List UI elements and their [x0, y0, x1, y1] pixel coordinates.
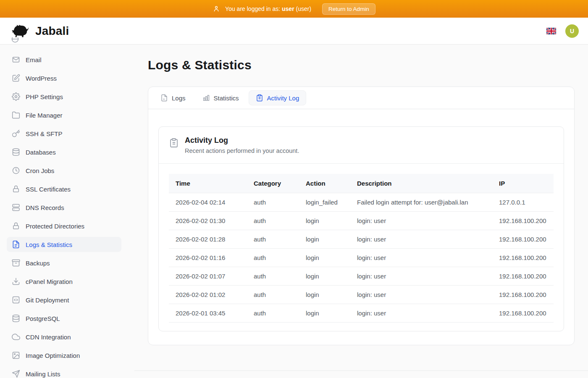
table-cell: login: user — [350, 304, 492, 323]
tab-bar: Logs Statistics Activity Log — [148, 87, 574, 109]
sidebar-item-icon — [12, 296, 20, 304]
table-cell: 192.168.100.200 — [492, 286, 554, 304]
sidebar-item-ssh-sftp[interactable]: SSH & SFTP — [7, 126, 121, 141]
sidebar-item-label: Logs & Statistics — [26, 241, 72, 248]
column-header-action: Action — [299, 174, 350, 193]
sidebar-item-icon — [12, 92, 20, 101]
app-header: Jabali U — [0, 18, 588, 45]
table-cell: 2026-02-02 01:16 — [169, 249, 247, 267]
table-cell: 192.168.100.200 — [492, 249, 554, 267]
table-cell: 2026-02-01 03:45 — [169, 304, 247, 323]
sidebar-item-icon — [12, 185, 20, 193]
brand-name: Jabali — [35, 24, 69, 38]
sidebar-item-icon — [12, 351, 20, 360]
tab-icon — [256, 94, 263, 102]
sidebar-item-label: DNS Records — [26, 204, 64, 211]
sidebar-item-cdn-integration[interactable]: CDN Integration — [7, 329, 121, 344]
tab-logs[interactable]: Logs — [153, 90, 193, 105]
tab-statistics[interactable]: Statistics — [195, 90, 246, 105]
table-cell: auth — [247, 304, 299, 323]
table-cell: 2026-02-02 01:07 — [169, 267, 247, 286]
table-row: 2026-02-04 02:14authlogin_failedFailed l… — [169, 193, 554, 212]
tab-label: Activity Log — [267, 94, 299, 102]
sidebar-item-label: Email — [26, 56, 42, 63]
sidebar-partial-item-icon — [11, 37, 19, 44]
sidebar-nav: Email WordPress PHP Settings File Manage… — [0, 45, 134, 378]
table-row: 2026-02-02 01:07authloginlogin: user192.… — [169, 267, 554, 286]
tab-activity-log[interactable]: Activity Log — [249, 90, 307, 105]
sidebar-item-cron-jobs[interactable]: Cron Jobs — [7, 163, 121, 178]
sidebar-item-icon — [12, 203, 20, 212]
clipboard-icon — [169, 138, 179, 148]
footer-divider — [134, 370, 588, 371]
sidebar-item-icon — [12, 74, 20, 82]
sidebar-item-icon — [12, 333, 20, 341]
table-row: 2026-02-02 01:28authloginlogin: user192.… — [169, 230, 554, 249]
activity-log-card-header: Activity Log Recent actions performed in… — [159, 127, 564, 164]
sidebar-item-label: Image Optimization — [26, 352, 80, 359]
sidebar-item-cpanel-migration[interactable]: cPanel Migration — [7, 274, 121, 289]
boar-logo-icon — [11, 24, 32, 39]
sidebar-item-icon — [12, 129, 20, 138]
sidebar-item-databases[interactable]: Databases — [7, 144, 121, 160]
table-cell: auth — [247, 249, 299, 267]
table-cell: 2026-02-04 02:14 — [169, 193, 247, 212]
sidebar-item-image-optimization[interactable]: Image Optimization — [7, 348, 121, 363]
sidebar-item-icon — [12, 259, 20, 267]
table-cell: login: user — [350, 267, 492, 286]
table-row: 2026-02-02 01:02authloginlogin: user192.… — [169, 286, 554, 304]
sidebar-item-label: PHP Settings — [26, 93, 63, 100]
table-cell: login — [299, 230, 350, 249]
table-cell: login: user — [350, 230, 492, 249]
sidebar-item-email[interactable]: Email — [7, 52, 121, 67]
card-subtitle: Recent actions performed in your account… — [185, 147, 299, 154]
impersonated-role: (user) — [296, 5, 312, 12]
sidebar-item-label: SSL Certificates — [26, 186, 71, 193]
sidebar-item-mailing-lists[interactable]: Mailing Lists — [7, 366, 121, 378]
user-avatar[interactable]: U — [565, 24, 579, 38]
table-cell: auth — [247, 193, 299, 212]
tab-label: Logs — [172, 94, 186, 102]
log-table-body: 2026-02-04 02:14authlogin_failedFailed l… — [169, 193, 554, 323]
table-cell: 127.0.0.1 — [492, 193, 554, 212]
table-cell: 192.168.100.200 — [492, 267, 554, 286]
main-content: Logs & Statistics Logs Statistics Activi… — [134, 45, 588, 378]
table-cell: auth — [247, 286, 299, 304]
sidebar-item-wordpress[interactable]: WordPress — [7, 71, 121, 86]
table-cell: login_failed — [299, 193, 350, 212]
sidebar-item-label: Backups — [26, 260, 50, 267]
sidebar-item-git-deployment[interactable]: Git Deployment — [7, 292, 121, 307]
sidebar-item-protected-directories[interactable]: Protected Directories — [7, 218, 121, 234]
user-icon — [213, 5, 220, 13]
table-cell: Failed login attempt for: user@jabali.la… — [350, 193, 492, 212]
impersonation-message: You are logged in as: user (user) — [225, 5, 311, 12]
table-cell: 2026-02-02 01:30 — [169, 212, 247, 230]
sidebar-item-php-settings[interactable]: PHP Settings — [7, 89, 121, 104]
table-cell: 192.168.100.200 — [492, 212, 554, 230]
sidebar-item-backups[interactable]: Backups — [7, 255, 121, 270]
return-to-admin-button[interactable]: Return to Admin — [322, 3, 375, 15]
sidebar-item-ssl-certificates[interactable]: SSL Certificates — [7, 181, 121, 197]
sidebar-item-icon — [12, 148, 20, 156]
sidebar-item-postgresql[interactable]: PostgreSQL — [7, 311, 121, 326]
sidebar-item-label: Git Deployment — [26, 297, 69, 304]
uk-flag-icon[interactable] — [546, 28, 556, 34]
tab-label: Statistics — [214, 94, 239, 102]
table-row: 2026-02-02 01:16authloginlogin: user192.… — [169, 249, 554, 267]
sidebar-item-dns-records[interactable]: DNS Records — [7, 200, 121, 215]
sidebar-item-label: PostgreSQL — [26, 315, 60, 322]
table-cell: login — [299, 267, 350, 286]
sidebar-item-file-manager[interactable]: File Manager — [7, 108, 121, 123]
table-cell: auth — [247, 212, 299, 230]
column-header-time: Time — [169, 174, 247, 193]
tab-panel-content: Activity Log Recent actions performed in… — [148, 109, 574, 345]
sidebar-item-icon — [12, 240, 20, 249]
brand-logo[interactable]: Jabali — [11, 24, 69, 39]
sidebar-item-icon — [12, 314, 20, 323]
sidebar-item-label: CDN Integration — [26, 333, 71, 341]
sidebar-item-label: Databases — [26, 149, 56, 156]
table-row: 2026-02-02 01:30authloginlogin: user192.… — [169, 212, 554, 230]
sidebar-item-logs-statistics[interactable]: Logs & Statistics — [7, 237, 121, 252]
activity-log-table: TimeCategoryActionDescriptionIP 2026-02-… — [169, 174, 554, 323]
column-header-ip: IP — [492, 174, 554, 193]
